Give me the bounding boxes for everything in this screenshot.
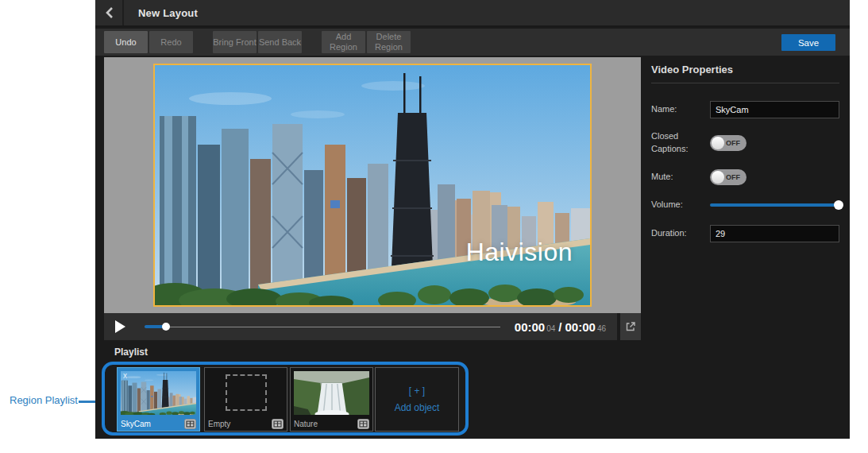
- closed-captions-row: Closed Captions: OFF: [651, 130, 839, 156]
- save-button[interactable]: Save: [781, 34, 835, 51]
- playlist-thumbnail-empty: [208, 371, 284, 415]
- total-frames: 46: [597, 324, 606, 333]
- popout-button[interactable]: [620, 313, 641, 340]
- playlist-item-skycam[interactable]: x SkyCam: [117, 367, 200, 432]
- seek-slider[interactable]: [145, 321, 500, 332]
- playlist-item-label: Empty: [208, 420, 230, 428]
- redo-button[interactable]: Redo: [149, 31, 193, 53]
- toggle-state: OFF: [726, 139, 740, 147]
- top-bar: New Layout: [95, 0, 850, 27]
- delete-region-button[interactable]: Delete Region: [367, 31, 411, 53]
- play-button[interactable]: [115, 320, 125, 333]
- volume-knob[interactable]: [834, 200, 843, 210]
- playlist-item-empty[interactable]: Empty: [204, 367, 287, 432]
- chevron-left-icon: [106, 7, 113, 18]
- layout-grid-icon[interactable]: [357, 419, 369, 429]
- timecode: 00:0004/00:0046: [515, 320, 606, 334]
- app-window: New Layout Undo Redo Bring Front Send Ba…: [95, 0, 850, 439]
- playlist-thumbnail-nature: [294, 371, 369, 415]
- properties-title: Video Properties: [651, 64, 839, 83]
- toggle-state: OFF: [726, 173, 740, 181]
- name-label: Name:: [651, 103, 710, 116]
- total-time: 00:00: [565, 320, 596, 334]
- duration-label: Duration:: [651, 227, 710, 240]
- annotation-region-playlist: Region Playlist: [10, 394, 78, 406]
- toggle-knob: [712, 137, 724, 149]
- send-back-button[interactable]: Send Back: [258, 31, 302, 53]
- layout-canvas[interactable]: Haivision: [104, 57, 641, 313]
- playlist-item-label: Nature: [294, 420, 318, 428]
- playlist-item-nature[interactable]: Nature: [290, 367, 373, 432]
- add-object-label: Add object: [395, 402, 440, 413]
- name-row: Name:: [651, 101, 839, 118]
- external-link-icon: [625, 321, 636, 332]
- closed-captions-label: Closed Captions:: [651, 130, 710, 156]
- current-time: 00:00: [515, 320, 545, 334]
- volume-label: Volume:: [651, 199, 710, 211]
- layout-grid-icon[interactable]: [272, 419, 284, 429]
- playlist-header: Playlist: [114, 347, 148, 358]
- remove-marker[interactable]: x: [123, 371, 127, 380]
- time-separator: /: [558, 320, 561, 334]
- bring-front-button[interactable]: Bring Front: [213, 31, 257, 53]
- mute-toggle[interactable]: OFF: [710, 169, 746, 185]
- player-bar: 00:0004/00:0046: [104, 313, 617, 340]
- current-frames: 04: [546, 324, 555, 333]
- volume-row: Volume:: [651, 199, 839, 211]
- video-region[interactable]: Haivision: [153, 64, 592, 307]
- video-preview-frame: [155, 65, 590, 305]
- add-region-button[interactable]: Add Region: [322, 31, 365, 53]
- volume-slider[interactable]: [710, 199, 839, 211]
- duration-input[interactable]: [710, 225, 839, 242]
- toggle-knob: [712, 171, 724, 184]
- mute-label: Mute:: [651, 171, 710, 184]
- plus-icon: [ + ]: [409, 385, 425, 397]
- duration-row: Duration:: [651, 225, 839, 242]
- playlist-thumbnail-skycam: x: [121, 371, 196, 415]
- video-properties-panel: Video Properties Name: Closed Captions: …: [641, 56, 850, 439]
- toolbar: Undo Redo Bring Front Send Back Add Regi…: [95, 29, 850, 56]
- layout-grid-icon[interactable]: [184, 419, 196, 429]
- playlist-item-label: SkyCam: [121, 420, 151, 428]
- undo-button[interactable]: Undo: [104, 31, 148, 53]
- seek-track: [145, 327, 500, 328]
- empty-placeholder: [226, 374, 267, 411]
- seek-knob[interactable]: [162, 323, 170, 331]
- volume-fill: [710, 203, 839, 207]
- back-button[interactable]: [95, 0, 124, 25]
- video-watermark: Haivision: [466, 238, 573, 267]
- add-object-button[interactable]: [ + ] Add object: [375, 367, 459, 432]
- closed-captions-toggle[interactable]: OFF: [710, 135, 746, 151]
- page-title: New Layout: [138, 7, 198, 19]
- mute-row: Mute: OFF: [651, 169, 839, 185]
- name-input[interactable]: [710, 101, 839, 118]
